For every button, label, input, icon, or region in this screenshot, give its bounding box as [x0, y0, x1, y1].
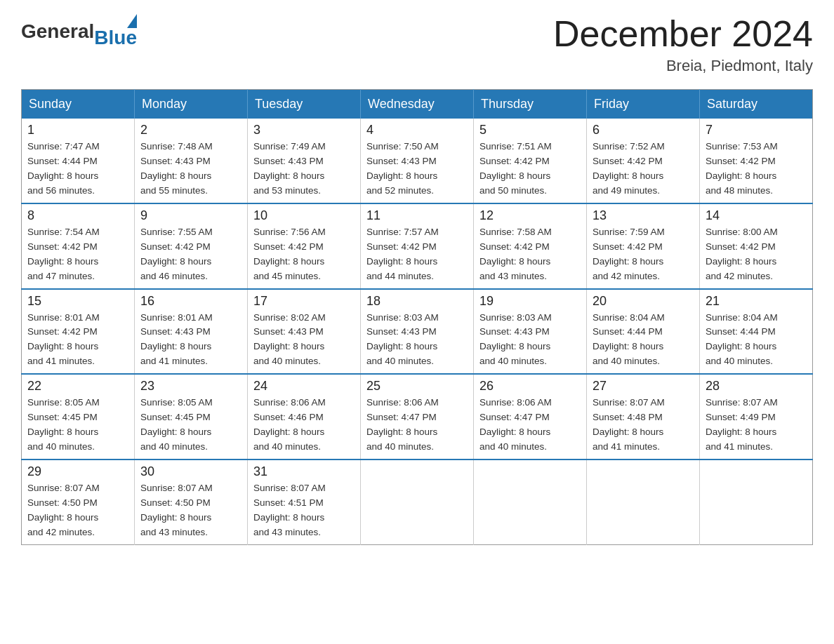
- day-number: 5: [479, 123, 581, 137]
- day-number: 8: [27, 208, 128, 223]
- day-number: 10: [253, 208, 355, 223]
- day-number: 12: [479, 208, 581, 223]
- day-number: 24: [253, 379, 355, 394]
- day-number: 25: [366, 379, 468, 394]
- calendar-cell: 4 Sunrise: 7:50 AM Sunset: 4:43 PM Dayli…: [361, 119, 474, 203]
- calendar-cell: 22 Sunrise: 8:05 AM Sunset: 4:45 PM Dayl…: [22, 374, 135, 459]
- weekday-header-sunday: Sunday: [22, 90, 135, 119]
- day-info: Sunrise: 7:53 AM Sunset: 4:42 PM Dayligh…: [706, 140, 807, 199]
- logo: General Blue: [21, 14, 137, 49]
- day-info: Sunrise: 7:54 AM Sunset: 4:42 PM Dayligh…: [27, 225, 128, 284]
- day-number: 23: [140, 379, 241, 394]
- day-number: 18: [366, 294, 468, 309]
- day-info: Sunrise: 8:06 AM Sunset: 4:47 PM Dayligh…: [479, 396, 581, 455]
- weekday-header-tuesday: Tuesday: [248, 90, 361, 119]
- weekday-header-saturday: Saturday: [700, 90, 813, 119]
- day-info: Sunrise: 7:50 AM Sunset: 4:43 PM Dayligh…: [366, 140, 468, 199]
- calendar-cell: 5 Sunrise: 7:51 AM Sunset: 4:42 PM Dayli…: [474, 119, 587, 203]
- month-title: December 2024: [553, 14, 813, 54]
- calendar-cell: [474, 459, 587, 544]
- day-info: Sunrise: 8:03 AM Sunset: 4:43 PM Dayligh…: [479, 311, 581, 370]
- day-info: Sunrise: 7:57 AM Sunset: 4:42 PM Dayligh…: [366, 225, 468, 284]
- day-number: 27: [593, 379, 694, 394]
- calendar-cell: 28 Sunrise: 8:07 AM Sunset: 4:49 PM Dayl…: [700, 374, 813, 459]
- day-number: 7: [706, 123, 807, 137]
- calendar-cell: 6 Sunrise: 7:52 AM Sunset: 4:42 PM Dayli…: [587, 119, 700, 203]
- calendar-table: SundayMondayTuesdayWednesdayThursdayFrid…: [21, 89, 813, 544]
- day-number: 14: [706, 208, 807, 223]
- day-info: Sunrise: 8:01 AM Sunset: 4:43 PM Dayligh…: [140, 311, 241, 370]
- day-info: Sunrise: 8:06 AM Sunset: 4:47 PM Dayligh…: [366, 396, 468, 455]
- calendar-cell: 1 Sunrise: 7:47 AM Sunset: 4:44 PM Dayli…: [22, 119, 135, 203]
- calendar-cell: 3 Sunrise: 7:49 AM Sunset: 4:43 PM Dayli…: [248, 119, 361, 203]
- day-info: Sunrise: 8:07 AM Sunset: 4:50 PM Dayligh…: [140, 481, 241, 540]
- weekday-header-thursday: Thursday: [474, 90, 587, 119]
- day-info: Sunrise: 8:05 AM Sunset: 4:45 PM Dayligh…: [140, 396, 241, 455]
- calendar-cell: 15 Sunrise: 8:01 AM Sunset: 4:42 PM Dayl…: [22, 289, 135, 375]
- title-section: December 2024 Breia, Piedmont, Italy: [553, 14, 813, 75]
- calendar-cell: 9 Sunrise: 7:55 AM Sunset: 4:42 PM Dayli…: [135, 203, 248, 289]
- day-number: 20: [593, 294, 694, 309]
- calendar-cell: 10 Sunrise: 7:56 AM Sunset: 4:42 PM Dayl…: [248, 203, 361, 289]
- calendar-cell: 27 Sunrise: 8:07 AM Sunset: 4:48 PM Dayl…: [587, 374, 700, 459]
- day-number: 16: [140, 294, 241, 309]
- calendar-week-row: 15 Sunrise: 8:01 AM Sunset: 4:42 PM Dayl…: [22, 289, 813, 375]
- calendar-cell: 16 Sunrise: 8:01 AM Sunset: 4:43 PM Dayl…: [135, 289, 248, 375]
- page-header: General Blue December 2024 Breia, Piedmo…: [21, 14, 813, 75]
- calendar-cell: 8 Sunrise: 7:54 AM Sunset: 4:42 PM Dayli…: [22, 203, 135, 289]
- day-number: 28: [706, 379, 807, 394]
- calendar-week-row: 1 Sunrise: 7:47 AM Sunset: 4:44 PM Dayli…: [22, 119, 813, 203]
- day-number: 13: [593, 208, 694, 223]
- day-number: 6: [593, 123, 694, 137]
- location-title: Breia, Piedmont, Italy: [553, 57, 813, 75]
- calendar-cell: 11 Sunrise: 7:57 AM Sunset: 4:42 PM Dayl…: [361, 203, 474, 289]
- calendar-cell: 7 Sunrise: 7:53 AM Sunset: 4:42 PM Dayli…: [700, 119, 813, 203]
- day-info: Sunrise: 8:00 AM Sunset: 4:42 PM Dayligh…: [706, 225, 807, 284]
- day-info: Sunrise: 7:47 AM Sunset: 4:44 PM Dayligh…: [27, 140, 128, 199]
- day-number: 19: [479, 294, 581, 309]
- calendar-cell: 17 Sunrise: 8:02 AM Sunset: 4:43 PM Dayl…: [248, 289, 361, 375]
- calendar-cell: 14 Sunrise: 8:00 AM Sunset: 4:42 PM Dayl…: [700, 203, 813, 289]
- day-info: Sunrise: 8:02 AM Sunset: 4:43 PM Dayligh…: [253, 311, 355, 370]
- day-info: Sunrise: 7:56 AM Sunset: 4:42 PM Dayligh…: [253, 225, 355, 284]
- calendar-cell: [700, 459, 813, 544]
- day-number: 30: [140, 464, 241, 479]
- day-info: Sunrise: 8:01 AM Sunset: 4:42 PM Dayligh…: [27, 311, 128, 370]
- day-number: 4: [366, 123, 468, 137]
- calendar-cell: 2 Sunrise: 7:48 AM Sunset: 4:43 PM Dayli…: [135, 119, 248, 203]
- day-info: Sunrise: 8:05 AM Sunset: 4:45 PM Dayligh…: [27, 396, 128, 455]
- calendar-week-row: 29 Sunrise: 8:07 AM Sunset: 4:50 PM Dayl…: [22, 459, 813, 544]
- logo-general-text: General: [21, 20, 94, 43]
- day-number: 1: [27, 123, 128, 137]
- day-info: Sunrise: 7:55 AM Sunset: 4:42 PM Dayligh…: [140, 225, 241, 284]
- day-info: Sunrise: 7:52 AM Sunset: 4:42 PM Dayligh…: [593, 140, 694, 199]
- day-info: Sunrise: 8:07 AM Sunset: 4:51 PM Dayligh…: [253, 481, 355, 540]
- day-number: 22: [27, 379, 128, 394]
- calendar-cell: 29 Sunrise: 8:07 AM Sunset: 4:50 PM Dayl…: [22, 459, 135, 544]
- calendar-week-row: 8 Sunrise: 7:54 AM Sunset: 4:42 PM Dayli…: [22, 203, 813, 289]
- day-number: 2: [140, 123, 241, 137]
- weekday-header-friday: Friday: [587, 90, 700, 119]
- calendar-cell: 30 Sunrise: 8:07 AM Sunset: 4:50 PM Dayl…: [135, 459, 248, 544]
- day-info: Sunrise: 7:49 AM Sunset: 4:43 PM Dayligh…: [253, 140, 355, 199]
- day-number: 15: [27, 294, 128, 309]
- day-number: 3: [253, 123, 355, 137]
- day-number: 21: [706, 294, 807, 309]
- day-info: Sunrise: 8:03 AM Sunset: 4:43 PM Dayligh…: [366, 311, 468, 370]
- day-number: 31: [253, 464, 355, 479]
- calendar-cell: 31 Sunrise: 8:07 AM Sunset: 4:51 PM Dayl…: [248, 459, 361, 544]
- calendar-header-row: SundayMondayTuesdayWednesdayThursdayFrid…: [22, 90, 813, 119]
- calendar-cell: 18 Sunrise: 8:03 AM Sunset: 4:43 PM Dayl…: [361, 289, 474, 375]
- calendar-cell: 25 Sunrise: 8:06 AM Sunset: 4:47 PM Dayl…: [361, 374, 474, 459]
- calendar-cell: 19 Sunrise: 8:03 AM Sunset: 4:43 PM Dayl…: [474, 289, 587, 375]
- calendar-cell: 23 Sunrise: 8:05 AM Sunset: 4:45 PM Dayl…: [135, 374, 248, 459]
- calendar-cell: [361, 459, 474, 544]
- day-info: Sunrise: 7:48 AM Sunset: 4:43 PM Dayligh…: [140, 140, 241, 199]
- calendar-cell: 24 Sunrise: 8:06 AM Sunset: 4:46 PM Dayl…: [248, 374, 361, 459]
- logo-blue-text: Blue: [94, 27, 137, 49]
- day-info: Sunrise: 8:07 AM Sunset: 4:48 PM Dayligh…: [593, 396, 694, 455]
- logo-arrow-icon: [127, 14, 137, 28]
- day-info: Sunrise: 7:59 AM Sunset: 4:42 PM Dayligh…: [593, 225, 694, 284]
- day-number: 26: [479, 379, 581, 394]
- day-number: 29: [27, 464, 128, 479]
